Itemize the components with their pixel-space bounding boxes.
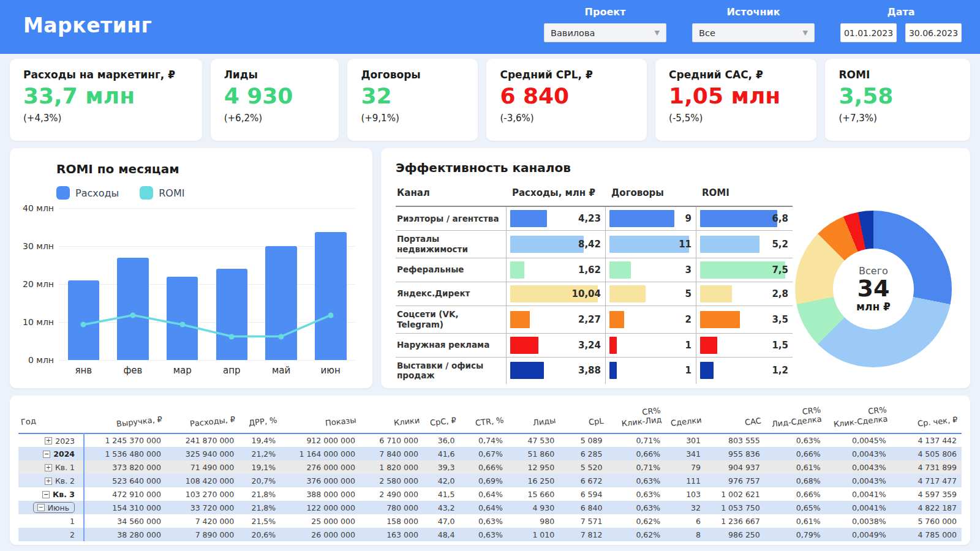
table-cell: 79 — [665, 460, 706, 474]
channels-column-header: Договоры — [605, 184, 696, 206]
column-header: CpC, ₽ — [423, 402, 460, 433]
table-cell: 301 — [665, 433, 706, 447]
romi-line-point — [229, 334, 235, 339]
row-label: +Кв. 2 — [45, 476, 75, 485]
romi-value: 5,2 — [772, 239, 788, 250]
romi-cell: 3,5 — [696, 306, 793, 333]
kpi-value: 4 930 — [224, 84, 327, 108]
table-cell: 0,63% — [607, 501, 665, 514]
romi-value: 1,2 — [772, 365, 788, 376]
channel-row: Яндекс.Директ10,0452,8 — [396, 282, 793, 305]
kpi-delta: (+9,1%) — [361, 113, 466, 124]
column-header-label: Выручка, ₽ — [116, 415, 162, 429]
date-to-input[interactable]: 30.06.2023 — [905, 23, 962, 42]
romi-line — [59, 208, 355, 360]
collapse-icon[interactable]: − — [37, 504, 45, 511]
table-cell: 0,69% — [460, 474, 508, 487]
row-label-text: Кв. 2 — [55, 476, 75, 485]
legend-item[interactable]: Расходы — [56, 186, 119, 200]
channels-title: Эффективность каналов — [396, 160, 956, 175]
table-cell: 26 000 000 — [281, 528, 360, 541]
table-cell: 376 000 000 — [281, 474, 360, 487]
column-header-label: CR% Клик-Лид — [620, 407, 663, 429]
source-select[interactable]: Все ▼ — [692, 23, 815, 42]
table-cell: 1 236 667 — [706, 514, 765, 528]
channel-name: Риэлторы / агентства — [396, 207, 506, 230]
collapse-icon[interactable]: − — [43, 451, 50, 458]
spend-bar — [510, 261, 524, 279]
y-axis-tick: 30 млн — [23, 241, 54, 251]
table-cell: 803 555 — [706, 433, 765, 447]
table-row: 134 560 0007 420 00021,5%25 000 000158 0… — [18, 514, 962, 528]
page-title: Маркетинг — [23, 13, 152, 37]
row-label: 1 — [70, 517, 75, 526]
romi-cell: 7,5 — [696, 258, 793, 282]
expand-icon[interactable]: + — [45, 437, 52, 444]
table-row: −Кв. 3472 910 000103 270 00021,8%388 000… — [18, 487, 962, 501]
x-axis-tick: май — [257, 365, 306, 376]
project-select[interactable]: Вавилова ▼ — [544, 23, 666, 42]
table-cell: 6 — [665, 514, 706, 528]
expand-icon[interactable]: + — [45, 464, 52, 471]
column-header: Сделки — [665, 402, 706, 433]
x-axis-tick: апр — [207, 365, 257, 376]
channels-header-row: КаналРасходы, млн ₽ДоговорыROMI — [396, 184, 793, 206]
x-axis: янвфевмарапрмайиюн — [59, 365, 355, 376]
column-header-label: Расходы, ₽ — [189, 415, 236, 429]
channel-row: Порталы недвижимости8,42115,2 — [396, 230, 793, 258]
legend-item[interactable]: ROMI — [140, 186, 184, 200]
romi-chart-title: ROMI по месяцам — [56, 162, 355, 176]
row-label: 2 — [70, 530, 75, 539]
channels-table: КаналРасходы, млн ₽ДоговорыROMIРиэлторы … — [396, 184, 793, 384]
deals-value: 11 — [679, 239, 692, 250]
table-cell: 6 285 — [559, 447, 607, 460]
romi-chart: 40 млн30 млн20 млн10 млн0 млн — [24, 208, 355, 360]
romi-bar — [700, 285, 732, 302]
table-cell: 0,79% — [765, 528, 826, 541]
table-cell: 15 660 — [508, 487, 559, 501]
spend-value: 1,62 — [578, 264, 601, 276]
column-header-label: ДРР, % — [248, 416, 277, 429]
row-label: −2024 — [43, 449, 75, 459]
date-label: Дата — [887, 6, 914, 18]
deals-bar — [609, 236, 689, 253]
row-header-cell: −Июнь — [18, 501, 84, 514]
table-cell: 0,63% — [765, 433, 826, 447]
channel-name: Выставки / офисы продаж — [396, 358, 506, 384]
expand-icon[interactable]: + — [45, 478, 52, 485]
row-header-cell: 2 — [18, 528, 84, 541]
row-label-text: 1 — [70, 517, 75, 526]
expand-row-button[interactable]: −Июнь — [33, 502, 75, 513]
column-header-label: Лиды — [532, 416, 556, 428]
table-cell: 33 720 000 — [166, 501, 239, 514]
table-cell: 42,0 — [423, 474, 460, 487]
row-header-cell: 1 — [18, 514, 84, 528]
kpi-delta: (-3,6%) — [500, 113, 635, 124]
table-cell: 341 — [665, 447, 706, 460]
kpi-value: 6 840 — [500, 84, 635, 108]
table-cell: 0,63% — [460, 528, 508, 541]
table-cell: 0,66% — [460, 460, 508, 474]
table-cell: 1 820 000 — [360, 460, 423, 474]
table-cell: 154 310 000 — [84, 501, 166, 514]
channel-name: Яндекс.Директ — [396, 282, 506, 305]
x-axis-tick: июн — [306, 365, 355, 376]
table-cell: 25 000 000 — [281, 514, 360, 528]
column-header-label: CpL — [588, 417, 604, 427]
table-cell: 2 580 000 — [360, 474, 423, 487]
table-cell: 71 490 000 — [166, 460, 239, 474]
table-cell: 103 270 000 — [166, 487, 239, 501]
romi-line-point — [130, 312, 136, 318]
deals-value: 3 — [685, 264, 692, 276]
spend-value: 10,04 — [572, 288, 601, 299]
table-cell: 21,5% — [239, 514, 281, 528]
row-label-text: 2024 — [53, 449, 75, 459]
romi-line-point — [179, 322, 185, 328]
table-cell: 32 — [665, 501, 706, 514]
project-label: Проект — [585, 6, 626, 18]
collapse-icon[interactable]: − — [42, 491, 50, 498]
column-header: Клики — [360, 402, 423, 433]
date-from-input[interactable]: 01.01.2023 — [840, 23, 897, 42]
column-header-label: Ср. чек, ₽ — [918, 416, 959, 429]
romi-value: 7,5 — [772, 264, 788, 276]
